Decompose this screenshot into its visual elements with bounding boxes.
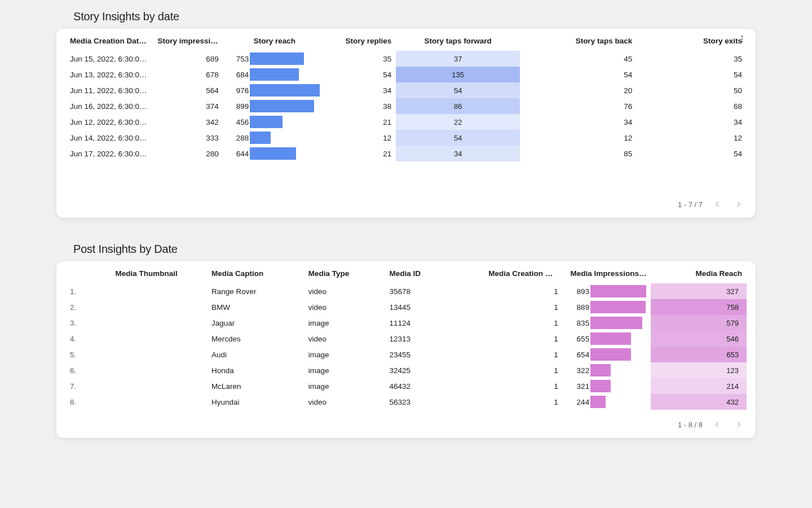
post-datetime-cell: 1 <box>484 283 562 299</box>
post-datetime-cell: 1 <box>484 315 562 331</box>
post-pager-prev[interactable] <box>710 418 724 431</box>
story-reach-value: 644 <box>223 146 250 161</box>
post-rownum: 2. <box>65 299 86 315</box>
post-impressions-bar <box>590 315 651 331</box>
table-row: 5.Audiimage234551654653 <box>65 347 747 362</box>
post-impressions-bar <box>590 331 651 347</box>
story-impressions-cell: 689 <box>153 51 223 67</box>
post-caption-cell: McLaren <box>207 378 304 394</box>
post-caption-cell: Hyundai <box>207 394 304 410</box>
post-card: Media Thumbnail Media Caption Media Type… <box>56 261 756 438</box>
post-datetime-cell: 1 <box>484 394 562 410</box>
story-taps-back-cell: 54 <box>520 67 637 82</box>
post-impressions-value: 654 <box>563 347 590 362</box>
story-col-impressions[interactable]: Story impressio… <box>153 29 223 51</box>
svg-point-2 <box>742 41 743 42</box>
post-pager-next[interactable] <box>732 418 745 431</box>
story-taps-back-cell: 76 <box>520 98 637 114</box>
post-col-impressions[interactable]: Media Impressions… <box>563 261 651 283</box>
post-impressions-bar <box>590 347 651 362</box>
post-caption-cell: BMW <box>207 299 304 315</box>
story-taps-fwd-cell: 86 <box>396 98 520 114</box>
story-date-cell: Jun 12, 2022, 6:30:00 PM <box>65 114 153 130</box>
post-id-cell: 23455 <box>385 347 484 362</box>
post-reach-cell: 653 <box>651 347 747 362</box>
post-rownum: 6. <box>65 362 86 378</box>
post-col-id[interactable]: Media ID <box>385 261 484 283</box>
more-options-button[interactable] <box>736 33 748 45</box>
story-taps-fwd-cell: 54 <box>396 82 520 98</box>
post-thumbnail-cell <box>86 315 207 331</box>
chevron-right-icon <box>734 199 744 209</box>
story-taps-fwd-cell: 37 <box>396 51 520 67</box>
story-impressions-cell: 333 <box>153 130 223 146</box>
story-replies-cell: 34 <box>326 82 396 98</box>
table-row: 6.Hondaimage324251322123 <box>65 362 747 378</box>
story-pager-next[interactable] <box>732 198 745 211</box>
post-reach-cell: 327 <box>651 283 747 299</box>
story-reach-bar <box>250 114 326 130</box>
table-row: 3.Jaguarimage111241835579 <box>65 315 747 331</box>
post-col-type[interactable]: Media Type <box>304 261 385 283</box>
story-replies-cell: 54 <box>326 67 396 82</box>
story-col-replies[interactable]: Story replies <box>326 29 396 51</box>
story-replies-cell: 12 <box>326 130 396 146</box>
story-exits-cell: 34 <box>637 114 747 130</box>
post-impressions-value: 244 <box>563 394 590 410</box>
post-table: Media Thumbnail Media Caption Media Type… <box>65 261 747 410</box>
post-rownum: 7. <box>65 378 86 394</box>
post-col-thumb[interactable]: Media Thumbnail <box>86 261 207 283</box>
post-impressions-bar <box>590 362 651 378</box>
table-row: 2.BMWvideo134451889758 <box>65 299 747 315</box>
table-row: 7.McLarenimage464321321214 <box>65 378 747 394</box>
post-impressions-bar <box>590 378 651 394</box>
post-reach-cell: 579 <box>651 315 747 331</box>
story-reach-value: 684 <box>223 67 250 82</box>
post-col-datetime[interactable]: Media Creation Datetime <box>484 261 562 283</box>
table-row: 8.Hyundaivideo563231244432 <box>65 394 747 410</box>
post-caption-cell: Mercdes <box>207 331 304 347</box>
story-col-taps-back[interactable]: Story taps back <box>520 29 637 51</box>
story-date-cell: Jun 14, 2022, 6:30:00 PM <box>65 130 153 146</box>
post-thumbnail-cell <box>86 394 207 410</box>
post-reach-cell: 432 <box>651 394 747 410</box>
story-impressions-cell: 374 <box>153 98 223 114</box>
svg-point-1 <box>742 38 743 40</box>
post-type-cell: video <box>304 283 385 299</box>
story-reach-bar <box>250 82 326 98</box>
story-col-exits[interactable]: Story exits <box>637 29 747 51</box>
post-impressions-value: 889 <box>563 299 590 315</box>
post-col-reach[interactable]: Media Reach <box>651 261 747 283</box>
table-row: Jun 13, 2022, 6:30:00 PM678684541355454 <box>65 67 747 82</box>
story-taps-fwd-cell: 22 <box>396 114 520 130</box>
post-rownum: 5. <box>65 347 86 362</box>
story-taps-back-cell: 45 <box>520 51 637 67</box>
story-pager-prev[interactable] <box>710 198 724 211</box>
post-col-caption[interactable]: Media Caption <box>207 261 304 283</box>
post-type-cell: image <box>304 362 385 378</box>
post-type-cell: image <box>304 315 385 331</box>
table-row: 1.Range Rovervideo356781893327 <box>65 283 747 299</box>
table-row: Jun 15, 2022, 6:30:00 PM68975335374535 <box>65 51 747 67</box>
post-id-cell: 46432 <box>385 378 484 394</box>
post-id-cell: 11124 <box>385 315 484 331</box>
post-id-cell: 56323 <box>385 394 484 410</box>
story-exits-cell: 35 <box>637 51 747 67</box>
story-col-reach[interactable]: Story reach <box>223 29 326 51</box>
post-thumbnail-cell <box>86 378 207 394</box>
story-reach-value: 976 <box>223 82 250 98</box>
table-row: Jun 11, 2022, 6:30:00 PM56497634542050 <box>65 82 747 98</box>
story-col-taps-fwd[interactable]: Story taps forward <box>396 29 520 51</box>
post-reach-cell: 214 <box>651 378 747 394</box>
post-col-rownum <box>65 261 86 283</box>
story-taps-fwd-cell: 135 <box>396 67 520 82</box>
story-col-date[interactable]: Media Creation Date… <box>65 29 153 51</box>
chevron-left-icon <box>712 419 722 430</box>
post-thumbnail-cell <box>86 283 207 299</box>
post-type-cell: image <box>304 378 385 394</box>
table-row: Jun 14, 2022, 6:30:00 PM33328812541212 <box>65 130 747 146</box>
post-type-cell: video <box>304 394 385 410</box>
kebab-icon <box>738 34 747 43</box>
story-pager-range: 1 - 7 / 7 <box>678 200 703 209</box>
story-section-title: Story Insights by date <box>73 10 756 23</box>
